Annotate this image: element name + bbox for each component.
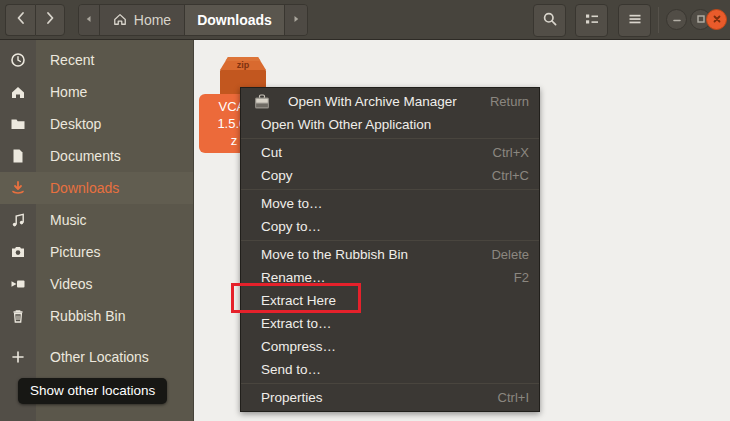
menu-item-label: Properties <box>261 390 323 405</box>
plus-icon <box>0 349 36 365</box>
sidebar-item-label: Pictures <box>50 244 101 260</box>
menu-item-shortcut: Ctrl+X <box>493 145 529 160</box>
menu-item-shortcut: F2 <box>514 270 529 285</box>
sidebar-item-music[interactable]: Music <box>0 204 193 236</box>
context-menu: Open With Archive ManagerReturnOpen With… <box>240 87 540 412</box>
menu-item-label: Move to… <box>261 196 323 211</box>
menu-item-cut[interactable]: CutCtrl+X <box>241 141 539 164</box>
menu-item-shortcut: Ctrl+I <box>498 390 529 405</box>
hamburger-icon <box>627 11 643 31</box>
menu-item-shortcut: Ctrl+C <box>492 168 529 183</box>
sidebar-item-videos[interactable]: Videos <box>0 268 193 300</box>
minimize-icon <box>671 11 683 29</box>
menu-item-label: Copy <box>261 168 293 183</box>
menu-item-label: Open With Archive Manager <box>288 94 457 109</box>
breadcrumb-current-label: Downloads <box>197 12 272 28</box>
menu-separator <box>241 189 539 190</box>
history-nav-group <box>5 4 65 36</box>
sidebar-item-documents[interactable]: Documents <box>0 140 193 172</box>
sidebar-item-pictures[interactable]: Pictures <box>0 236 193 268</box>
menu-item-extract-to[interactable]: Extract to… <box>241 312 539 335</box>
downloads-icon <box>0 180 36 196</box>
menu-item-label: Open With Other Application <box>261 117 431 132</box>
sidebar-item-label: Other Locations <box>50 349 149 365</box>
menu-item-label: Send to… <box>261 362 321 377</box>
videos-icon <box>0 276 36 292</box>
tooltip: Show other locations <box>18 378 167 404</box>
sidebar-item-home[interactable]: Home <box>0 76 193 108</box>
sidebar-item-label: Home <box>50 84 87 100</box>
recent-icon <box>0 52 36 68</box>
zip-badge: zip <box>237 60 250 70</box>
menu-item-shortcut: Delete <box>491 247 529 262</box>
menu-item-label: Extract to… <box>261 316 332 331</box>
menu-separator <box>241 138 539 139</box>
search-icon <box>542 11 558 31</box>
archive-manager-icon <box>253 93 271 111</box>
menu-item-label: Cut <box>261 145 282 160</box>
sidebar-item-downloads[interactable]: Downloads <box>0 172 193 204</box>
sidebar-item-label: Downloads <box>50 180 119 196</box>
rubbish-icon <box>0 308 36 324</box>
menu-item-move-to[interactable]: Move to… <box>241 192 539 215</box>
sidebar-item-label: Music <box>50 212 87 228</box>
menu-item-label: Move to the Rubbish Bin <box>261 247 408 262</box>
extract-here-highlight-box <box>231 283 361 313</box>
sidebar-item-other-locations[interactable]: Other Locations <box>0 341 193 373</box>
menu-item-open-with-other-application[interactable]: Open With Other Application <box>241 113 539 136</box>
menu-item-compress[interactable]: Compress… <box>241 335 539 358</box>
minimize-button[interactable] <box>666 9 687 30</box>
menu-separator <box>241 383 539 384</box>
sidebar-item-label: Videos <box>50 276 93 292</box>
chevron-left-icon <box>13 10 29 30</box>
menu-item-label: Copy to… <box>261 219 321 234</box>
search-button[interactable] <box>533 4 566 37</box>
menu-button[interactable] <box>618 4 651 37</box>
triangle-left-icon <box>83 12 95 28</box>
chevron-right-icon <box>42 10 58 30</box>
menu-item-move-to-the-rubbish-bin[interactable]: Move to the Rubbish BinDelete <box>241 243 539 266</box>
breadcrumb-home-label: Home <box>134 12 171 28</box>
view-options-button[interactable] <box>575 4 608 37</box>
home-icon <box>113 12 127 29</box>
back-button[interactable] <box>5 4 35 36</box>
menu-item-copy-to[interactable]: Copy to… <box>241 215 539 238</box>
menu-item-shortcut: Return <box>490 94 529 109</box>
path-bar: Home Downloads <box>78 4 308 36</box>
sidebar-item-label: Rubbish Bin <box>50 308 126 324</box>
sidebar-list: RecentHomeDesktopDocumentsDownloadsMusic… <box>0 44 193 373</box>
pictures-icon <box>0 244 36 260</box>
close-button[interactable] <box>706 9 727 30</box>
header-bar: Home Downloads <box>0 0 730 40</box>
toolbar-separator <box>658 7 659 33</box>
sidebar-item-rubbish-bin[interactable]: Rubbish Bin <box>0 300 193 332</box>
menu-item-properties[interactable]: PropertiesCtrl+I <box>241 386 539 409</box>
path-scroll-left-button[interactable] <box>79 5 100 35</box>
menu-item-open-with-archive-manager[interactable]: Open With Archive ManagerReturn <box>241 90 539 113</box>
menu-item-label: Compress… <box>261 339 336 354</box>
menu-item-send-to[interactable]: Send to… <box>241 358 539 381</box>
menu-separator <box>241 240 539 241</box>
menu-item-copy[interactable]: CopyCtrl+C <box>241 164 539 187</box>
documents-icon <box>0 148 36 164</box>
sidebar-item-recent[interactable]: Recent <box>0 44 193 76</box>
sidebar-item-desktop[interactable]: Desktop <box>0 108 193 140</box>
forward-button[interactable] <box>35 4 65 36</box>
maximize-icon <box>695 11 707 29</box>
places-sidebar: RecentHomeDesktopDocumentsDownloadsMusic… <box>0 40 194 421</box>
sidebar-item-label: Desktop <box>50 116 101 132</box>
home-icon <box>0 84 36 100</box>
breadcrumb-home[interactable]: Home <box>100 5 185 35</box>
music-icon <box>0 212 36 228</box>
close-icon <box>711 11 723 29</box>
triangle-right-icon <box>290 12 302 28</box>
sidebar-item-label: Documents <box>50 148 121 164</box>
list-view-icon <box>584 11 600 31</box>
tooltip-text: Show other locations <box>30 383 155 398</box>
desktop-icon <box>0 116 36 132</box>
sidebar-item-label: Recent <box>50 52 94 68</box>
breadcrumb-downloads[interactable]: Downloads <box>185 5 285 35</box>
path-scroll-right-button[interactable] <box>285 5 307 35</box>
